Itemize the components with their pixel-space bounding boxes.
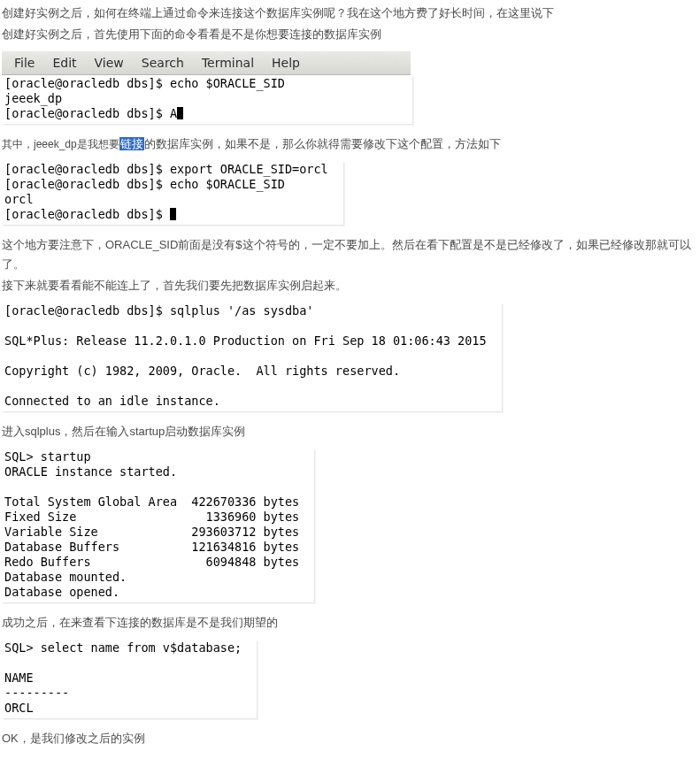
terminal-menubar: FileEditViewSearchTerminalHelp (2, 51, 411, 75)
menu-search[interactable]: Search (133, 53, 193, 73)
menu-file[interactable]: File (5, 53, 43, 73)
term-line: orcl (4, 192, 34, 206)
term-line: [oracle@oracledb dbs]$ echo $ORACLE_SID (4, 177, 285, 191)
terminal-output-1: [oracle@oracledb dbs]$ echo $ORACLE_SID … (2, 75, 412, 124)
term-line: Connected to an idle instance. (4, 394, 220, 408)
terminal-window-1: FileEditViewSearchTerminalHelp [oracle@o… (2, 46, 412, 133)
paragraph-ok: OK，是我们修改之后的实例 (2, 729, 698, 748)
paragraph-explain-sid: 其中，jeeek_dp是我想要链接的数据库实例，如果不是，那么你就得需要修改下这… (2, 134, 698, 154)
menu-view[interactable]: View (86, 53, 133, 73)
paragraph-check: 创建好实例之后，首先使用下面的命令看看是不是你想要连接的数据库实例 (2, 25, 698, 44)
term-line: [oracle@oracledb dbs]$ A (4, 106, 177, 120)
text: 其中，jeeek_dp是我想要 (2, 138, 119, 150)
term-line: Redo Buffers 6094848 bytes (4, 555, 299, 569)
term-line: SQL> startup (4, 449, 91, 464)
term-line: NAME (4, 671, 34, 685)
paragraph-enter-sqlplus: 进入sqlplus，然后在输入startup启动数据库实例 (2, 422, 698, 441)
term-line: [oracle@oracledb dbs]$ export ORACLE_SID… (4, 162, 328, 176)
terminal-output-2: [oracle@oracledb dbs]$ export ORACLE_SID… (2, 161, 343, 225)
term-line: SQL*Plus: Release 11.2.0.1.0 Production … (4, 334, 487, 348)
highlighted-word: 链接 (119, 137, 144, 150)
term-line: --------- (4, 686, 69, 700)
term-line: Database mounted. (4, 570, 127, 584)
term-line: Total System Global Area 422670336 bytes (4, 494, 299, 509)
paragraph-start-instance: 接下来就要看看能不能连上了，首先我们要先把数据库实例启起来。 (2, 276, 698, 295)
term-line: ORCL (4, 701, 34, 715)
menu-edit[interactable]: Edit (43, 53, 85, 73)
cursor-icon (170, 208, 176, 220)
term-line: jeeek_dp (4, 91, 62, 105)
term-line: [oracle@oracledb dbs]$ sqlplus '/as sysd… (4, 303, 314, 318)
cursor-icon (177, 107, 183, 119)
paragraph-after-success: 成功之后，在来查看下连接的数据库是不是我们期望的 (2, 613, 698, 632)
terminal-output-5: SQL> select name from v$database; NAME -… (2, 640, 257, 718)
menu-help[interactable]: Help (263, 53, 309, 73)
term-line: Database opened. (4, 585, 119, 599)
term-line: Fixed Size 1336960 bytes (4, 510, 299, 524)
term-line: [oracle@oracledb dbs]$ (4, 207, 170, 221)
term-line: [oracle@oracledb dbs]$ echo $ORACLE_SID (4, 76, 285, 90)
menu-terminal[interactable]: Terminal (193, 53, 263, 73)
term-line: Database Buffers 121634816 bytes (4, 540, 299, 554)
term-line: Variable Size 293603712 bytes (4, 525, 299, 539)
terminal-output-4: SQL> startup ORACLE instance started. To… (2, 448, 314, 602)
text: 的数据库实例，如果不是，那么你就得需要修改下这个配置，方法如下 (144, 137, 501, 150)
paragraph-intro: 创建好实例之后，如何在终端上通过命令来连接这个数据库实例呢？我在这个地方费了好长… (2, 4, 698, 23)
paragraph-note-nodollar: 这个地方要注意下，ORACLE_SID前面是没有$这个符号的，一定不要加上。然后… (2, 235, 698, 274)
term-line: ORACLE instance started. (4, 464, 177, 479)
term-line: Copyright (c) 1982, 2009, Oracle. All ri… (4, 364, 400, 378)
terminal-output-3: [oracle@oracledb dbs]$ sqlplus '/as sysd… (2, 303, 502, 411)
term-line: SQL> select name from v$database; (4, 640, 242, 655)
